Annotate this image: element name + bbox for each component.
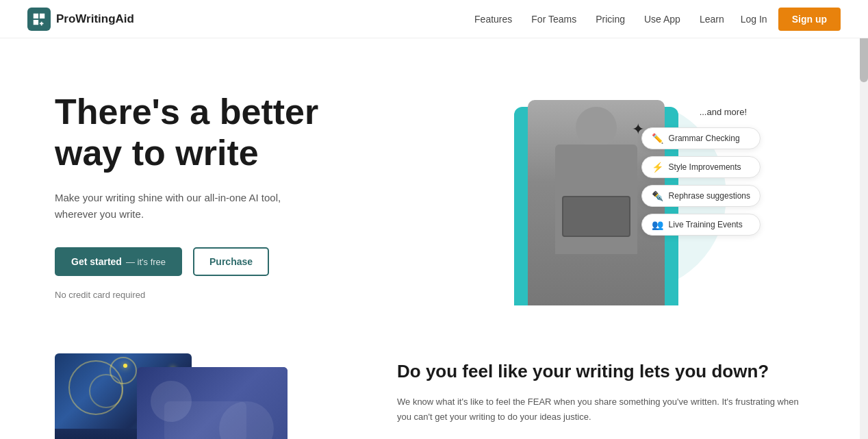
logo-icon [27, 8, 51, 31]
section2: My idea in my head Do you feel like your… [0, 340, 868, 439]
section2-images: My idea in my head [55, 353, 356, 439]
hero-title-line2: way to write [55, 133, 259, 173]
feature-card-training: 👥 Live Training Events [641, 214, 761, 236]
illustration-container: ...and more! ✦ ✏️ Grammar Checking ⚡ Sty… [494, 86, 754, 305]
feature-card-grammar: ✏️ Grammar Checking [641, 127, 761, 149]
logo-svg [31, 12, 47, 27]
rephrase-icon: ✒️ [652, 190, 663, 201]
navigation: ProWritingAid Features For Teams Pricing… [0, 0, 868, 38]
image-container: My idea in my head [55, 353, 301, 439]
hero-title: There's a better way to write [55, 92, 434, 174]
nav-pricing[interactable]: Pricing [596, 14, 625, 25]
login-link[interactable]: Log In [741, 14, 767, 25]
grammar-icon: ✏️ [652, 133, 663, 144]
second-img-bg [137, 367, 288, 439]
section2-text: We know what it's like to feel the FEAR … [397, 394, 813, 425]
get-started-label: Get started [71, 256, 122, 267]
style-icon: ⚡ [652, 162, 663, 173]
training-icon: 👥 [652, 219, 663, 230]
swirl3 [110, 357, 137, 384]
second-rect [164, 401, 246, 439]
nav-use-app[interactable]: Use App [644, 14, 680, 25]
training-label: Live Training Events [669, 220, 743, 229]
brand-name: ProWritingAid [56, 12, 134, 26]
rephrase-label: Rephrase suggestions [669, 191, 750, 201]
sparkle-icon: ✦ [632, 121, 644, 138]
nav-for-teams[interactable]: For Teams [531, 14, 576, 25]
logo-link[interactable]: ProWritingAid [27, 8, 134, 31]
nav-links: Features For Teams Pricing Use App Learn [474, 14, 724, 25]
hero-section: There's a better way to write Make your … [0, 38, 868, 340]
feature-card-style: ⚡ Style Improvements [641, 156, 761, 178]
nav-learn[interactable]: Learn [700, 14, 724, 25]
hero-content: There's a better way to write Make your … [55, 92, 434, 301]
second-image [137, 367, 288, 439]
feature-cards: ✏️ Grammar Checking ⚡ Style Improvements… [641, 127, 761, 236]
style-label: Style Improvements [669, 162, 741, 172]
section2-text-area: Do you feel like your writing lets you d… [397, 353, 813, 425]
star1 [123, 364, 127, 368]
get-started-button[interactable]: Get started — it's free [55, 247, 182, 276]
more-label: ...and more! [700, 107, 747, 117]
signup-button[interactable]: Sign up [778, 8, 841, 31]
feature-card-rephrase: ✒️ Rephrase suggestions [641, 185, 761, 207]
hero-illustration: ...and more! ✦ ✏️ Grammar Checking ⚡ Sty… [434, 79, 813, 312]
free-label: — it's free [126, 257, 166, 267]
hero-buttons: Get started — it's free Purchase [55, 247, 434, 276]
purchase-button[interactable]: Purchase [193, 247, 269, 276]
nav-features[interactable]: Features [474, 14, 512, 25]
section2-title: Do you feel like your writing lets you d… [397, 360, 813, 384]
hero-title-line1: There's a better [55, 92, 318, 131]
hero-subtitle: Make your writing shine with our all-in-… [55, 190, 315, 223]
grammar-label: Grammar Checking [669, 134, 740, 143]
no-credit-card-text: No credit card required [55, 290, 434, 300]
